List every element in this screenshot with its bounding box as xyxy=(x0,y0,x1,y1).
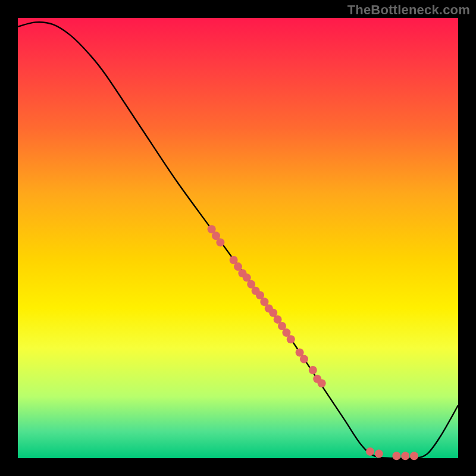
data-point xyxy=(401,452,409,460)
watermark-text: TheBottleneck.com xyxy=(347,2,470,18)
chart-overlay xyxy=(18,18,458,458)
data-point xyxy=(318,379,326,387)
data-point xyxy=(287,335,295,343)
data-point xyxy=(392,452,400,460)
data-point xyxy=(375,450,383,458)
chart-frame: TheBottleneck.com xyxy=(0,0,476,476)
data-point xyxy=(309,366,317,374)
data-points xyxy=(208,225,418,460)
data-point xyxy=(216,238,224,246)
data-point xyxy=(366,447,374,456)
bottleneck-curve xyxy=(18,22,458,459)
data-point xyxy=(410,452,418,460)
data-point xyxy=(300,355,308,364)
